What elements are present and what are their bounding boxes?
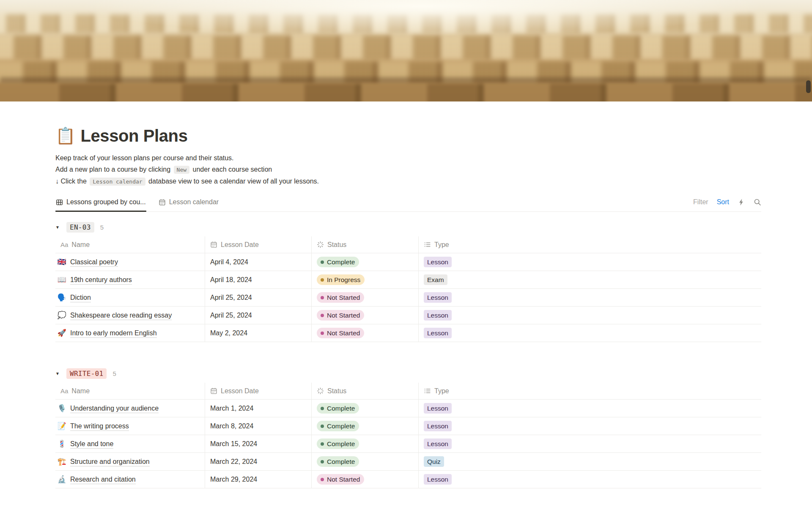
type-badge: Lesson [424,421,452,431]
page-icon[interactable]: 📋 [55,126,75,145]
date-cell[interactable]: April 25, 2024 [205,307,312,324]
type-cell[interactable]: Lesson [419,471,761,488]
tab-label: Lesson calendar [169,198,219,206]
status-cell[interactable]: Complete [312,453,419,470]
type-badge: Lesson [424,403,452,414]
row-emoji-icon: 📝 [57,422,66,430]
row-name-link[interactable]: Shakespeare close reading essay [70,311,172,320]
status-dot-icon [321,478,324,481]
status-cell[interactable]: Not Started [312,324,419,342]
table-row[interactable]: 📖 19th century authors April 18, 2024 In… [55,271,761,289]
name-cell[interactable]: 🇬🇧 Classical poetry [55,253,205,271]
type-cell[interactable]: Lesson [419,307,761,324]
type-cell[interactable]: Exam [419,271,761,288]
row-emoji-icon: 💈 [57,439,66,448]
status-badge: Not Started [317,292,364,303]
name-cell[interactable]: 📖 19th century authors [55,271,205,288]
date-cell[interactable]: March 22, 2024 [205,453,312,470]
type-badge: Lesson [424,328,452,338]
type-cell[interactable]: Lesson [419,435,761,452]
groups: ▼ EN-03 5 AaNameLesson DateStatusType 🇬🇧… [55,218,761,488]
collapse-toggle-icon[interactable]: ▼ [55,371,66,376]
sort-button[interactable]: Sort [717,198,729,206]
column-header-type[interactable]: Type [419,383,761,399]
type-cell[interactable]: Quiz [419,453,761,470]
search-icon[interactable] [754,198,761,206]
date-cell[interactable]: March 15, 2024 [205,435,312,452]
table-row[interactable]: 🔬 Research and citation March 29, 2024 N… [55,471,761,488]
row-name-link[interactable]: Intro to early modern English [70,329,157,338]
column-header-lesson-date[interactable]: Lesson Date [205,383,312,399]
name-cell[interactable]: 💈 Style and tone [55,435,205,452]
row-name-link[interactable]: Style and tone [70,439,113,449]
name-cell[interactable]: 🗣️ Diction [55,289,205,306]
column-header-status[interactable]: Status [312,236,419,253]
table-row[interactable]: 📝 The writing process March 8, 2024 Comp… [55,417,761,435]
row-name-link[interactable]: 19th century authors [70,275,132,285]
vertical-scrollbar[interactable] [806,80,811,93]
row-name-link[interactable]: Research and citation [70,475,136,484]
status-cell[interactable]: Not Started [312,471,419,488]
date-cell[interactable]: April 4, 2024 [205,253,312,271]
date-cell[interactable]: April 18, 2024 [205,271,312,288]
status-cell[interactable]: In Progress [312,271,419,288]
tab-lesson-calendar[interactable]: Lesson calendar [158,196,219,211]
column-header-name[interactable]: AaName [55,383,205,399]
name-cell[interactable]: 🔬 Research and citation [55,471,205,488]
column-header-name[interactable]: AaName [55,236,205,253]
description-text: ↓ Click the [55,178,87,185]
name-cell[interactable]: 🚀 Intro to early modern English [55,324,205,342]
table-row[interactable]: 🇬🇧 Classical poetry April 4, 2024 Comple… [55,253,761,271]
type-cell[interactable]: Lesson [419,417,761,435]
row-name-link[interactable]: Understanding your audience [70,404,159,413]
column-header-lesson-date[interactable]: Lesson Date [205,236,312,253]
date-cell[interactable]: March 8, 2024 [205,417,312,435]
status-label: Complete [327,405,355,412]
status-cell[interactable]: Complete [312,253,419,271]
table-row[interactable]: 🏗️ Structure and organization March 22, … [55,453,761,471]
table-row[interactable]: 🎙️ Understanding your audience March 1, … [55,400,761,417]
bolt-icon[interactable] [738,198,745,206]
filter-button[interactable]: Filter [693,198,708,206]
column-header-type[interactable]: Type [419,236,761,253]
name-cell[interactable]: 📝 The writing process [55,417,205,435]
type-cell[interactable]: Lesson [419,324,761,342]
collapse-toggle-icon[interactable]: ▼ [55,225,66,230]
aa-icon: Aa [60,387,68,395]
name-cell[interactable]: 🏗️ Structure and organization [55,453,205,470]
table-row[interactable]: 💭 Shakespeare close reading essay April … [55,307,761,324]
row-emoji-icon: 🏗️ [57,457,66,466]
name-cell[interactable]: 💭 Shakespeare close reading essay [55,307,205,324]
type-cell[interactable]: Lesson [419,289,761,306]
date-cell[interactable]: March 29, 2024 [205,471,312,488]
row-name-link[interactable]: Structure and organization [70,457,150,466]
tab-lessons-grouped-by-course[interactable]: Lessons grouped by cou... [55,196,146,211]
status-cell[interactable]: Complete [312,435,419,452]
group-badge[interactable]: WRITE-01 [66,368,107,379]
group-badge[interactable]: EN-03 [66,222,94,233]
table-row[interactable]: 🚀 Intro to early modern English May 2, 2… [55,324,761,342]
type-badge: Lesson [424,474,452,485]
column-header-label: Status [327,241,346,249]
row-name-link[interactable]: Diction [70,293,91,302]
date-cell[interactable]: April 25, 2024 [205,289,312,306]
status-cell[interactable]: Complete [312,400,419,417]
status-cell[interactable]: Complete [312,417,419,435]
name-cell[interactable]: 🎙️ Understanding your audience [55,400,205,417]
status-badge: Complete [317,438,359,449]
date-cell[interactable]: March 1, 2024 [205,400,312,417]
description-text: Add a new plan to a course by clicking [55,166,170,173]
row-emoji-icon: 🎙️ [57,404,66,413]
status-label: Complete [327,422,355,430]
status-dot-icon [321,425,324,428]
row-name-link[interactable]: The writing process [70,422,129,431]
type-cell[interactable]: Lesson [419,400,761,417]
column-header-status[interactable]: Status [312,383,419,399]
date-cell[interactable]: May 2, 2024 [205,324,312,342]
table-row[interactable]: 🗣️ Diction April 25, 2024 Not Started Le… [55,289,761,307]
status-cell[interactable]: Not Started [312,307,419,324]
row-name-link[interactable]: Classical poetry [70,258,118,267]
type-cell[interactable]: Lesson [419,253,761,271]
status-cell[interactable]: Not Started [312,289,419,306]
table-row[interactable]: 💈 Style and tone March 15, 2024 Complete… [55,435,761,453]
